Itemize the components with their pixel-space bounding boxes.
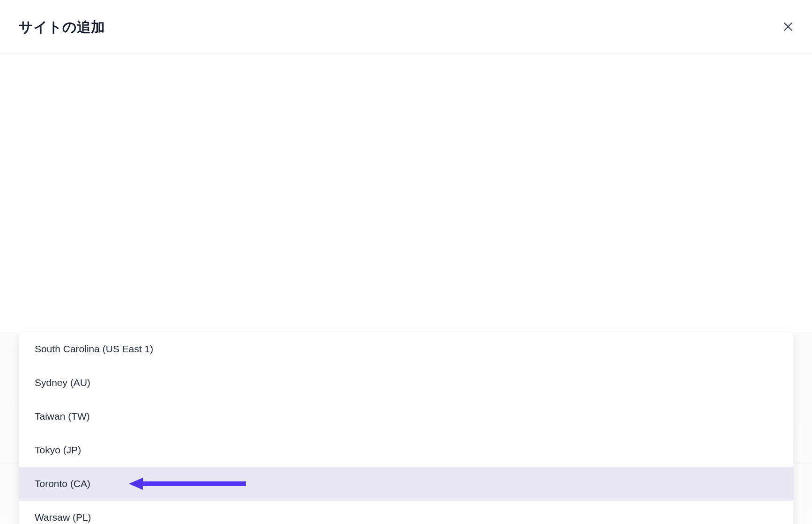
close-icon[interactable] [783, 22, 793, 34]
dropdown-option[interactable]: South Carolina (US East 1) [19, 332, 793, 366]
dropdown-option[interactable]: Sydney (AU) [19, 366, 793, 400]
dropdown-option-label: Tokyo (JP) [35, 444, 81, 455]
modal-header: サイトの追加 [0, 0, 812, 55]
modal-body: South Carolina (US East 1)Sydney (AU)Tai… [0, 332, 812, 524]
dropdown-option-label: South Carolina (US East 1) [35, 343, 153, 354]
datacenter-dropdown-list: South Carolina (US East 1)Sydney (AU)Tai… [19, 332, 793, 524]
dropdown-option[interactable]: Warsaw (PL) [19, 501, 793, 524]
dropdown-option[interactable]: Taiwan (TW) [19, 400, 793, 433]
page-title: サイトの追加 [19, 18, 105, 37]
dropdown-option-label: Toronto (CA) [35, 478, 90, 489]
arrow-left-icon [129, 477, 246, 491]
dropdown-option[interactable]: Toronto (CA) [19, 467, 793, 501]
dropdown-option-label: Taiwan (TW) [35, 411, 90, 422]
dropdown-option-label: Warsaw (PL) [35, 512, 91, 523]
dropdown-option-label: Sydney (AU) [35, 377, 90, 388]
dropdown-option[interactable]: Tokyo (JP) [19, 433, 793, 467]
svg-marker-2 [129, 478, 246, 490]
